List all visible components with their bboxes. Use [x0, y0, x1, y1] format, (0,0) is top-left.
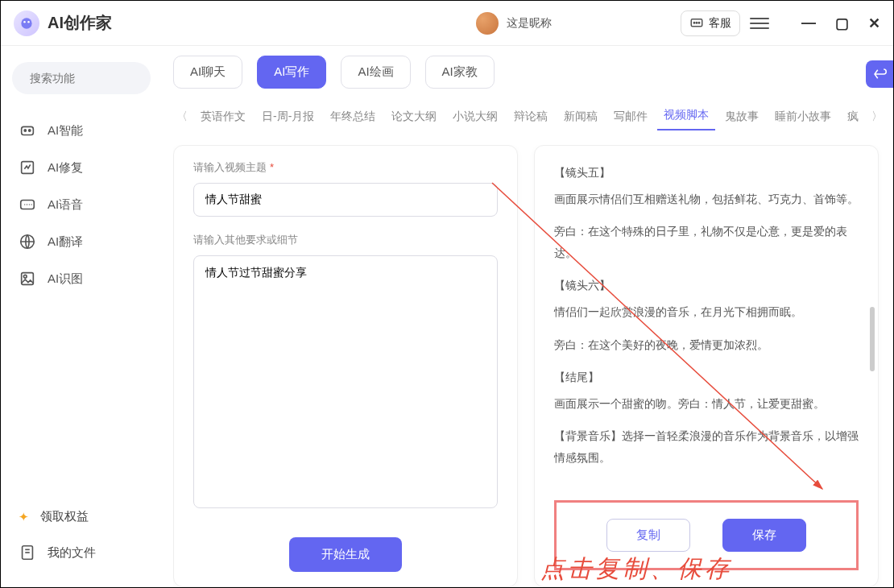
svg-point-0 — [21, 18, 31, 28]
sidebar-item-label: AI修复 — [48, 160, 83, 176]
category-item-active[interactable]: 视频脚本 — [657, 103, 715, 130]
sidebar-item-ai-image[interactable]: AI识图 — [12, 260, 151, 297]
svg-point-1 — [23, 21, 26, 23]
save-button[interactable]: 保存 — [722, 519, 806, 552]
sidebar-item-label: AI智能 — [48, 123, 83, 139]
topic-label: 请输入视频主题* — [193, 160, 498, 175]
category-item[interactable]: 论文大纲 — [385, 105, 443, 129]
svg-point-5 — [696, 22, 697, 23]
svg-rect-9 — [22, 126, 34, 135]
details-textarea[interactable] — [193, 255, 498, 508]
back-button[interactable] — [866, 60, 893, 88]
sidebar-item-ai-repair[interactable]: AI修复 — [12, 149, 151, 186]
sidebar-item-label: AI语音 — [48, 197, 83, 213]
user-avatar[interactable] — [476, 12, 499, 35]
star-icon: ✦ — [19, 510, 29, 524]
search-input[interactable] — [30, 72, 171, 85]
sidebar-item-ai-voice[interactable]: AI语音 — [12, 186, 151, 223]
category-prev[interactable]: 〈 — [173, 106, 191, 127]
menu-icon[interactable] — [750, 14, 769, 33]
minimize-button[interactable]: — — [801, 14, 816, 31]
sidebar-item-label: 我的文件 — [48, 545, 96, 561]
user-nickname: 这是昵称 — [507, 16, 552, 31]
svg-point-6 — [698, 22, 700, 23]
category-item[interactable]: 睡前小故事 — [768, 105, 838, 129]
category-item[interactable]: 鬼故事 — [718, 105, 765, 129]
category-item[interactable]: 日-周-月报 — [255, 105, 321, 129]
category-item[interactable]: 疯 — [841, 105, 865, 129]
svg-point-16 — [23, 275, 27, 278]
svg-point-10 — [24, 130, 26, 131]
category-next[interactable]: 〉 — [868, 106, 886, 127]
category-item[interactable]: 年终总结 — [324, 105, 382, 129]
scrollbar[interactable] — [870, 307, 875, 371]
search-field[interactable] — [12, 62, 151, 94]
output-actions-highlight: 复制 保存 — [554, 500, 859, 570]
svg-rect-15 — [22, 273, 34, 285]
category-item[interactable]: 新闻稿 — [557, 105, 604, 129]
svg-point-2 — [27, 21, 30, 23]
svg-point-4 — [693, 22, 695, 23]
mode-tab-chat[interactable]: AI聊天 — [173, 56, 242, 89]
sidebar-item-ai-smart[interactable]: AI智能 — [12, 112, 151, 149]
sidebar-item-ai-translate[interactable]: AI翻译 — [12, 223, 151, 260]
app-logo — [14, 10, 39, 36]
category-item[interactable]: 小说大纲 — [446, 105, 504, 129]
category-item[interactable]: 写邮件 — [607, 105, 654, 129]
sidebar-item-rewards[interactable]: ✦ 领取权益 — [12, 499, 151, 534]
maximize-button[interactable]: ▢ — [835, 14, 849, 32]
mode-tab-write[interactable]: AI写作 — [257, 56, 326, 89]
mode-tab-tutor[interactable]: AI家教 — [425, 56, 495, 89]
copy-button[interactable]: 复制 — [606, 519, 690, 552]
category-item[interactable]: 英语作文 — [194, 105, 252, 129]
sidebar-item-label: 领取权益 — [40, 509, 89, 524]
customer-service-label: 客服 — [709, 16, 731, 31]
sidebar-item-files[interactable]: 我的文件 — [12, 534, 151, 571]
svg-point-11 — [29, 130, 31, 131]
close-button[interactable]: ✕ — [868, 14, 880, 32]
details-label: 请输入其他要求或细节 — [193, 233, 498, 247]
generate-button[interactable]: 开始生成 — [289, 537, 402, 572]
sidebar-item-label: AI翻译 — [48, 234, 83, 250]
customer-service-button[interactable]: 客服 — [681, 10, 740, 36]
category-item[interactable]: 辩论稿 — [507, 105, 554, 129]
topic-input[interactable] — [193, 183, 498, 217]
mode-tab-draw[interactable]: AI绘画 — [341, 56, 410, 89]
sidebar-item-label: AI识图 — [48, 271, 83, 287]
app-title: AI创作家 — [48, 12, 112, 34]
